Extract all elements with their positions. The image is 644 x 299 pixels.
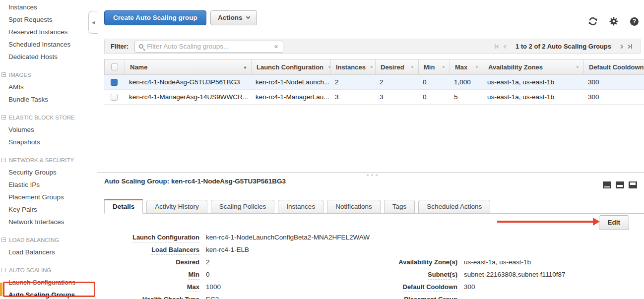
- header-icon-group: ?: [588, 17, 639, 26]
- panel-resize-handle[interactable]: [367, 174, 378, 176]
- collapse-section-icon: [1, 238, 6, 242]
- select-all-cell: [105, 60, 125, 74]
- layout-top-pane-icon[interactable]: [629, 181, 637, 188]
- help-icon[interactable]: ?: [630, 17, 639, 26]
- sidebar-section-auto-scaling[interactable]: AUTO SCALING: [0, 264, 97, 276]
- refresh-icon[interactable]: [588, 17, 597, 26]
- sidebar-item-placement-groups[interactable]: Placement Groups: [0, 191, 97, 203]
- collapse-section-icon: [1, 268, 6, 272]
- sidebar-section-load-balancing[interactable]: LOAD BALANCING: [0, 234, 97, 246]
- column-header-instances[interactable]: Instances▼: [330, 60, 375, 74]
- layout-bottom-small-icon[interactable]: [603, 181, 611, 188]
- cell-availability-zones: us-east-1a, us-east-1b: [482, 93, 583, 101]
- sort-desc-icon: ▼: [406, 65, 414, 69]
- create-auto-scaling-group-button[interactable]: Create Auto Scaling group: [104, 10, 206, 25]
- sidebar-item-dedicated-hosts[interactable]: Dedicated Hosts: [0, 51, 97, 63]
- sidebar-item-security-groups[interactable]: Security Groups: [0, 166, 97, 179]
- field-label-default-cooldown: Default Cooldown: [347, 283, 457, 291]
- sidebar-item-volumes[interactable]: Volumes: [0, 123, 97, 136]
- cell-desired: 2: [375, 78, 418, 86]
- collapse-arrow-icon: ◀: [92, 20, 95, 25]
- field-label-subnets: Subnet(s): [347, 271, 457, 278]
- cell-max: 1,000: [449, 78, 482, 86]
- sidebar-item-amis[interactable]: AMIs: [0, 81, 97, 93]
- pagination: 1 to 2 of 2 Auto Scaling Groups: [495, 43, 632, 50]
- sidebar-section-title: LOAD BALANCING: [9, 237, 59, 243]
- cell-default-cooldown: 300: [583, 78, 644, 86]
- detail-fields-left: Launch Configuration ken-rc4-1-NodeLaunc…: [104, 231, 370, 299]
- first-page-button[interactable]: [495, 44, 500, 49]
- tab-scaling-policies[interactable]: Scaling Policies: [211, 200, 275, 213]
- row-checkbox[interactable]: [111, 94, 118, 101]
- settings-gear-icon[interactable]: [609, 17, 618, 26]
- chevron-down-icon: [246, 15, 250, 19]
- search-box: ×: [134, 41, 283, 53]
- cell-launch-configuration: ken-rc4-1-NodeLaunch...: [251, 78, 330, 86]
- tab-instances[interactable]: Instances: [278, 200, 323, 213]
- collapse-section-icon: [1, 158, 6, 162]
- sidebar-item-key-pairs[interactable]: Key Pairs: [0, 203, 97, 216]
- field-label-health-check-type: Health Check Type: [104, 296, 199, 299]
- tab-activity-history[interactable]: Activity History: [146, 200, 207, 213]
- column-header-default-cooldown[interactable]: Default Cooldown: [583, 60, 644, 74]
- column-header-max[interactable]: Max▼: [450, 60, 483, 74]
- cell-min: 0: [418, 78, 449, 86]
- sidebar-collapse-toggle[interactable]: ◀: [88, 11, 98, 34]
- sidebar-section-title: NETWORK & SECURITY: [9, 157, 74, 163]
- cell-launch-configuration: ken-rc4-1-ManagerLau...: [251, 93, 330, 101]
- cell-max: 5: [449, 93, 482, 101]
- next-page-button[interactable]: [620, 45, 623, 48]
- filter-bar: Filter: × 1 to 2 of 2 Auto Scaling Group…: [104, 39, 641, 54]
- sort-desc-icon: ▼: [438, 65, 446, 69]
- cell-availability-zones: us-east-1a, us-east-1b: [482, 78, 583, 86]
- column-header-min[interactable]: Min▼: [418, 60, 450, 74]
- field-label-load-balancers: Load Balancers: [104, 246, 199, 253]
- tab-tags[interactable]: Tags: [384, 200, 415, 213]
- tab-details[interactable]: Details: [104, 199, 143, 214]
- cell-name: ken-rc4-1-NodeAsg-G5TU3P561BG3: [124, 78, 251, 86]
- actions-dropdown-button[interactable]: Actions: [210, 10, 257, 25]
- sidebar-item-instances[interactable]: Instances: [0, 1, 97, 13]
- sidebar-section-images[interactable]: IMAGES: [0, 68, 97, 81]
- sort-desc-icon: ▼: [323, 65, 330, 69]
- sidebar-item-network-interfaces[interactable]: Network Interfaces: [0, 216, 97, 228]
- sidebar-item-launch-configurations[interactable]: Launch Configurations: [0, 276, 97, 289]
- table-row[interactable]: ken-rc4-1-ManagerAsg-14US9WWCR... ken-rc…: [104, 90, 644, 105]
- collapse-section-icon: [1, 72, 6, 77]
- sidebar-item-bundle-tasks[interactable]: Bundle Tasks: [0, 93, 97, 106]
- tab-scheduled-actions[interactable]: Scheduled Actions: [418, 200, 490, 213]
- sidebar-item-spot-requests[interactable]: Spot Requests: [0, 13, 97, 26]
- sidebar-item-elastic-ips[interactable]: Elastic IPs: [0, 179, 97, 191]
- search-icon: [139, 44, 143, 49]
- edit-button[interactable]: Edit: [599, 215, 630, 230]
- field-value-desired: 2: [206, 258, 210, 266]
- sidebar-item-load-balancers[interactable]: Load Balancers: [0, 246, 97, 258]
- sidebar-section-elastic-block-store[interactable]: ELASTIC BLOCK STORE: [0, 111, 97, 123]
- clear-filter-icon[interactable]: ×: [274, 43, 278, 50]
- actions-button-label: Actions: [218, 14, 243, 21]
- filter-search-input[interactable]: [143, 43, 274, 50]
- sidebar-item-reserved-instances[interactable]: Reserved Instances: [0, 26, 97, 38]
- table-row[interactable]: ken-rc4-1-NodeAsg-G5TU3P561BG3 ken-rc4-1…: [104, 75, 644, 90]
- last-page-button[interactable]: [627, 44, 632, 49]
- sidebar-item-snapshots[interactable]: Snapshots: [0, 136, 97, 148]
- row-checkbox[interactable]: [111, 79, 118, 86]
- select-all-checkbox[interactable]: [111, 63, 118, 70]
- previous-page-button[interactable]: [504, 45, 507, 48]
- sidebar-item-scheduled-instances[interactable]: Scheduled Instances: [0, 38, 97, 51]
- pagination-status: 1 to 2 of 2 Auto Scaling Groups: [515, 43, 611, 50]
- sidebar-section-network-security[interactable]: NETWORK & SECURITY: [0, 154, 97, 166]
- sidebar-item-auto-scaling-groups[interactable]: Auto Scaling Groups: [0, 289, 97, 299]
- column-header-name[interactable]: Name▲: [125, 60, 251, 74]
- collapse-section-icon: [1, 115, 6, 120]
- filter-label: Filter:: [111, 43, 129, 50]
- field-label-placement-group: Placement Group: [347, 296, 457, 299]
- column-header-launch-configuration[interactable]: Launch Configuration▼: [251, 60, 330, 74]
- field-label-desired: Desired: [104, 258, 199, 266]
- column-header-desired[interactable]: Desired▼: [375, 60, 418, 74]
- column-header-availability-zones[interactable]: Availability Zones▼: [483, 60, 583, 74]
- annotation-arrow: [497, 218, 600, 226]
- layout-bottom-half-icon[interactable]: [616, 181, 624, 188]
- sidebar-top-list: Instances Spot Requests Reserved Instanc…: [0, 0, 97, 63]
- tab-notifications[interactable]: Notifications: [327, 200, 381, 213]
